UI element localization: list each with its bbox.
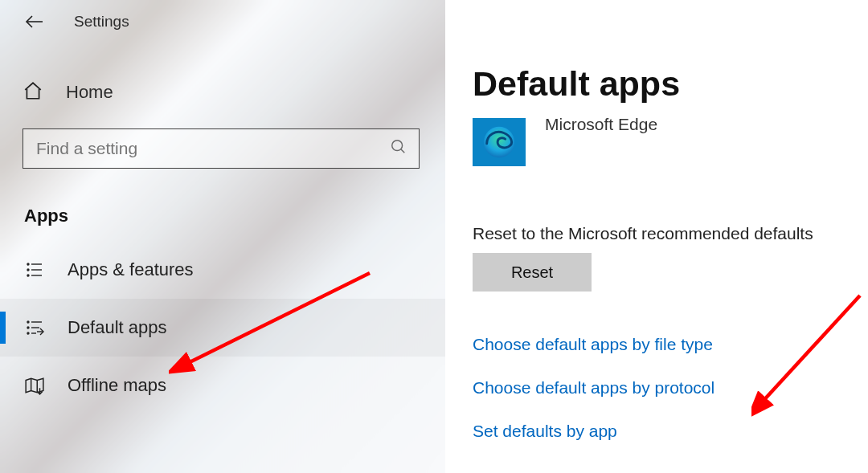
search-icon <box>390 138 407 159</box>
svg-point-3 <box>27 263 29 265</box>
search-settings-box[interactable] <box>23 128 420 169</box>
sidebar-item-label: Apps & features <box>68 259 194 280</box>
default-apps-links: Choose default apps by file type Choose … <box>473 335 852 441</box>
sidebar-item-default-apps[interactable]: Default apps <box>0 299 445 357</box>
sidebar-item-apps-features[interactable]: Apps & features <box>0 241 445 299</box>
list-icon <box>23 260 47 279</box>
svg-point-13 <box>27 332 29 334</box>
link-protocol[interactable]: Choose default apps by protocol <box>473 378 714 398</box>
title-bar: Settings <box>0 0 445 40</box>
map-icon <box>23 375 47 396</box>
page-title: Default apps <box>473 64 852 104</box>
svg-line-2 <box>401 149 405 153</box>
arrow-left-icon <box>25 12 44 31</box>
svg-point-7 <box>27 275 29 276</box>
home-icon <box>23 80 43 104</box>
svg-point-1 <box>392 141 403 151</box>
sidebar-item-label: Offline maps <box>68 375 166 396</box>
window-title: Settings <box>74 13 129 31</box>
link-by-app[interactable]: Set defaults by app <box>473 422 617 441</box>
default-browser-name: Microsoft Edge <box>545 115 657 134</box>
nav-home-label: Home <box>66 82 113 103</box>
reset-button[interactable]: Reset <box>473 253 592 292</box>
svg-point-5 <box>27 269 29 271</box>
svg-point-9 <box>27 321 29 323</box>
main-pane: Default apps Microsoft Edge Reset to the… <box>445 0 868 473</box>
reset-caption: Reset to the Microsoft recommended defau… <box>473 224 852 243</box>
edge-icon <box>473 118 526 166</box>
default-browser-row[interactable]: Microsoft Edge <box>473 118 852 166</box>
search-input[interactable] <box>36 139 390 158</box>
nav-home[interactable]: Home <box>0 40 445 124</box>
back-button[interactable] <box>24 11 45 32</box>
sidebar-item-offline-maps[interactable]: Offline maps <box>0 357 445 414</box>
sidebar-item-label: Default apps <box>68 317 167 338</box>
svg-point-11 <box>27 327 29 328</box>
link-file-type[interactable]: Choose default apps by file type <box>473 335 713 354</box>
list-settings-icon <box>23 318 47 337</box>
section-header-apps: Apps <box>0 169 445 241</box>
settings-sidebar: Settings Home Apps Apps & fe <box>0 0 445 473</box>
